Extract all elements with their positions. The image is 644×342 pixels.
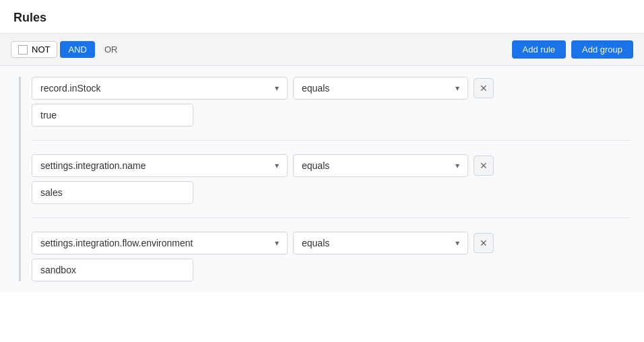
field-value-2: settings.integration.name bbox=[40, 160, 146, 171]
operator-value-1: equals bbox=[302, 83, 329, 94]
operator-select-1[interactable]: equals ▾ bbox=[293, 77, 468, 100]
close-icon: ✕ bbox=[480, 238, 488, 248]
field-select-3[interactable]: settings.integration.flow.environment ▾ bbox=[32, 232, 288, 254]
page-title: Rules bbox=[0, 0, 644, 34]
table-row: settings.integration.flow.environment ▾ … bbox=[32, 232, 631, 281]
rules-toolbar: NOT AND OR Add rule Add group bbox=[0, 34, 644, 66]
close-icon: ✕ bbox=[480, 160, 488, 171]
field-value-1: record.inStock bbox=[40, 83, 100, 94]
value-input-2[interactable] bbox=[32, 181, 193, 204]
chevron-down-icon: ▾ bbox=[275, 161, 279, 170]
rules-page: Rules NOT AND OR Add rule Add group reco… bbox=[0, 0, 644, 342]
rule-top-2: settings.integration.name ▾ equals ▾ ✕ bbox=[32, 154, 631, 177]
rules-body: record.inStock ▾ equals ▾ ✕ bbox=[0, 66, 644, 292]
operator-value-2: equals bbox=[302, 160, 329, 171]
table-row: record.inStock ▾ equals ▾ ✕ bbox=[32, 77, 631, 127]
not-button[interactable]: NOT bbox=[11, 41, 57, 58]
and-button[interactable]: AND bbox=[60, 41, 94, 58]
value-input-1[interactable] bbox=[32, 104, 193, 127]
rule-top-3: settings.integration.flow.environment ▾ … bbox=[32, 232, 631, 254]
chevron-down-icon: ▾ bbox=[275, 83, 279, 93]
table-row: settings.integration.name ▾ equals ▾ ✕ bbox=[32, 154, 631, 204]
toolbar-left: NOT AND OR bbox=[11, 41, 124, 58]
or-button[interactable]: OR bbox=[98, 41, 125, 58]
operator-value-3: equals bbox=[302, 238, 329, 248]
not-label: NOT bbox=[32, 44, 50, 55]
rule-top-1: record.inStock ▾ equals ▾ ✕ bbox=[32, 77, 631, 100]
field-value-3: settings.integration.flow.environment bbox=[40, 238, 193, 248]
delete-rule-3-button[interactable]: ✕ bbox=[474, 233, 494, 253]
chevron-down-icon: ▾ bbox=[455, 238, 459, 248]
operator-select-3[interactable]: equals ▾ bbox=[293, 232, 468, 254]
add-group-button[interactable]: Add group bbox=[571, 40, 633, 59]
field-select-1[interactable]: record.inStock ▾ bbox=[32, 77, 288, 100]
chevron-down-icon: ▾ bbox=[455, 83, 459, 93]
close-icon: ✕ bbox=[480, 83, 488, 94]
delete-rule-2-button[interactable]: ✕ bbox=[474, 156, 494, 176]
separator bbox=[32, 140, 631, 141]
rule-group: record.inStock ▾ equals ▾ ✕ bbox=[19, 77, 631, 281]
chevron-down-icon: ▾ bbox=[275, 238, 279, 248]
value-input-3[interactable] bbox=[32, 259, 193, 281]
field-select-2[interactable]: settings.integration.name ▾ bbox=[32, 154, 288, 177]
add-rule-button[interactable]: Add rule bbox=[512, 40, 566, 59]
not-checkbox bbox=[18, 45, 28, 55]
delete-rule-1-button[interactable]: ✕ bbox=[474, 78, 494, 98]
chevron-down-icon: ▾ bbox=[455, 161, 459, 170]
toolbar-right: Add rule Add group bbox=[512, 40, 633, 59]
separator bbox=[32, 217, 631, 218]
operator-select-2[interactable]: equals ▾ bbox=[293, 154, 468, 177]
